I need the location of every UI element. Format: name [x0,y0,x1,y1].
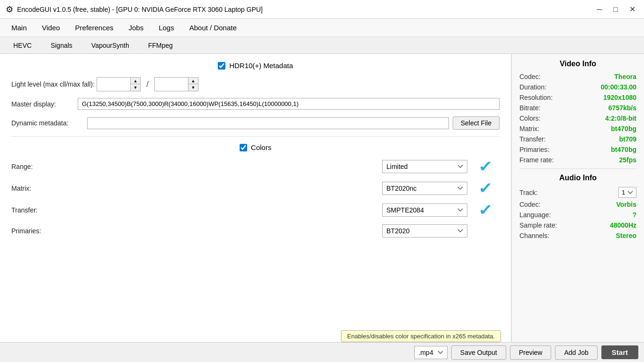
range-arrow-cell: ✓ [471,159,500,174]
info-colors-value: 4:2:0/8-bit [605,115,636,122]
audio-info-title: Audio Info [519,174,636,182]
matrix-select[interactable]: BT2020nc BT709 BT470bg [382,182,467,195]
info-audio-codec-value: Vorbis [616,201,636,208]
menu-item-video[interactable]: Video [35,20,68,35]
info-track-label: Track: [519,189,537,196]
track-select[interactable]: 1 2 [618,187,636,198]
info-duration-value: 00:00:33.00 [600,83,636,91]
primaries-label: Primaries: [11,227,97,235]
info-duration-row: Duration: 00:00:33.00 [519,83,636,91]
info-transfer-label: Transfer: [519,135,546,143]
info-framerate-row: Frame rate: 25fps [519,156,636,164]
title-bar-controls: ─ □ ✕ [594,4,638,15]
master-display-input[interactable]: G(13250,34500)B(7500,3000)R(34000,16000)… [78,98,500,110]
start-button[interactable]: Start [601,345,638,359]
colors-checkbox[interactable] [240,144,247,151]
light-level-input2[interactable]: 1 [155,79,188,90]
dynamic-meta-label: Dynamic metadata: [11,119,87,127]
info-bitrate-value: 6757kb/s [608,104,636,112]
info-sample-rate-row: Sample rate: 48000Hz [519,221,636,229]
light-level-input1[interactable]: 1000 [97,79,130,90]
info-codec-row: Codec: Theora [519,73,636,80]
info-codec-value: Theora [614,73,636,80]
light-level-spinbox1: 1000 ▲ ▼ [97,77,141,91]
preview-button[interactable]: Preview [510,345,552,360]
info-resolution-row: Resolution: 1920x1080 [519,94,636,101]
info-matrix-row: Matrix: bt470bg [519,125,636,132]
colors-row: Colors [11,143,500,151]
info-channels-value: Stereo [616,232,636,239]
bottom-bar-right: .mp4 .mkv .mov Save Output Preview Add J… [414,345,638,360]
add-job-button[interactable]: Add Job [555,345,597,360]
tab-signals[interactable]: Signals [41,39,82,52]
menu-item-about-donate[interactable]: About / Donate [182,20,244,35]
spinbox2-up-arrow[interactable]: ▲ [188,78,198,84]
info-channels-row: Channels: Stereo [519,232,636,239]
hdr10-checkbox[interactable] [218,62,225,70]
transfer-row: Transfer: SMPTE2084 BT709 BT470bg ✓ [11,203,500,218]
master-display-row: Master display: G(13250,34500)B(7500,300… [11,98,500,110]
format-select[interactable]: .mp4 .mkv .mov [414,346,447,359]
info-language-value: ? [632,211,636,219]
window-title: EncodeGUI v1.0.5 (free, stable) - [GPU 0… [17,6,263,13]
spinbox1-arrows: ▲ ▼ [130,78,140,91]
menu-item-logs[interactable]: Logs [151,20,182,35]
info-track-row: Track: 1 2 [519,187,636,198]
info-transfer-row: Transfer: bt709 [519,135,636,143]
tab-ffmpeg[interactable]: FFMpeg [139,39,182,52]
close-button[interactable]: ✕ [626,4,638,15]
video-info-title: Video Info [519,60,636,68]
matrix-label: Matrix: [11,185,97,192]
info-bitrate-row: Bitrate: 6757kb/s [519,104,636,112]
master-display-label: Master display: [11,100,78,108]
spinbox2-arrows: ▲ ▼ [188,78,198,91]
info-colors-row: Colors: 4:2:0/8-bit [519,115,636,122]
spinbox1-down-arrow[interactable]: ▼ [131,84,140,91]
colors-label: Colors [251,143,271,151]
info-sample-rate-label: Sample rate: [519,221,557,229]
info-colors-label: Colors: [519,115,540,122]
info-channels-label: Channels: [519,232,549,239]
transfer-arrow-cell: ✓ [471,203,500,218]
maximize-button[interactable]: □ [610,4,621,15]
tooltip-bar: Enables/disables color specification in … [341,330,501,342]
tab-vapoursynth[interactable]: VapourSynth [82,39,139,52]
transfer-blue-check: ✓ [478,203,493,218]
info-language-label: Language: [519,211,551,219]
spinbox1-up-arrow[interactable]: ▲ [131,78,140,84]
divider1 [11,136,500,137]
range-select[interactable]: Limited Full [382,160,467,173]
tab-bar: HEVC Signals VapourSynth FFMpeg [0,37,644,54]
primaries-row: Primaries: BT2020 BT709 BT470bg [11,224,500,238]
transfer-label: Transfer: [11,206,97,214]
info-sample-rate-value: 48000Hz [610,221,636,229]
content-area: HDR10(+) Metadata Light level (max cll/m… [0,54,511,342]
tab-hevc[interactable]: HEVC [4,39,41,52]
info-audio-codec-row: Codec: Vorbis [519,201,636,208]
menu-item-main[interactable]: Main [4,20,35,35]
spinbox2-down-arrow[interactable]: ▼ [188,84,198,91]
panel-divider [519,168,636,169]
save-output-button[interactable]: Save Output [451,345,506,360]
info-bitrate-label: Bitrate: [519,104,540,112]
info-language-row: Language: ? [519,211,636,219]
main-layout: HDR10(+) Metadata Light level (max cll/m… [0,54,644,342]
slash-separator: / [144,79,151,89]
dynamic-meta-input[interactable] [87,117,449,129]
title-bar: ⚙ EncodeGUI v1.0.5 (free, stable) - [GPU… [0,0,644,19]
light-level-spinbox-group: 1000 ▲ ▼ / 1 ▲ ▼ [97,77,198,91]
dynamic-meta-row: Dynamic metadata: Select File [11,116,500,130]
light-level-label: Light level (max cll/max fall): [11,80,97,88]
menu-item-preferences[interactable]: Preferences [68,20,121,35]
minimize-button[interactable]: ─ [594,4,605,15]
info-primaries-value: bt470bg [611,146,636,153]
menu-item-jobs[interactable]: Jobs [121,20,151,35]
primaries-select[interactable]: BT2020 BT709 BT470bg [382,224,467,238]
gear-icon: ⚙ [6,4,13,15]
tooltip-text: Enables/disables color specification in … [347,333,495,340]
range-blue-check: ✓ [478,159,493,174]
info-framerate-label: Frame rate: [519,156,554,164]
info-matrix-label: Matrix: [519,125,539,132]
select-file-button[interactable]: Select File [453,116,500,130]
transfer-select[interactable]: SMPTE2084 BT709 BT470bg [382,203,467,217]
